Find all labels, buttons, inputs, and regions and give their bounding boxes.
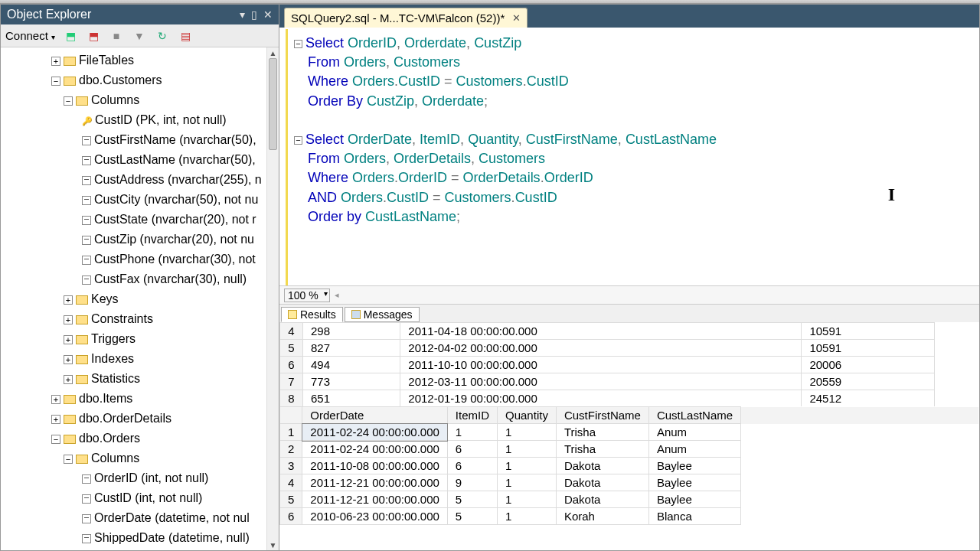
expand-icon[interactable]: +	[64, 335, 73, 344]
connect-button[interactable]: Connect ▾	[5, 29, 55, 42]
fold-icon[interactable]: −	[294, 136, 302, 145]
collapse-icon[interactable]: −	[64, 455, 73, 464]
cell[interactable]: 2011-10-08 00:00:00.000	[302, 458, 447, 474]
cell[interactable]: Blanca	[648, 508, 740, 525]
cell[interactable]: Anum	[648, 424, 740, 441]
collapse-icon[interactable]: −	[51, 77, 60, 86]
tree-node-keys[interactable]: Keys	[91, 292, 119, 305]
dropdown-icon[interactable]: ▾	[240, 8, 245, 21]
pin-icon[interactable]: ▯	[251, 8, 257, 21]
column-header[interactable]: OrderDate	[302, 407, 447, 424]
tree-col[interactable]: CustFax (nvarchar(30), null)	[94, 272, 247, 285]
cell[interactable]: 1	[447, 424, 497, 441]
cell[interactable]: 2011-12-21 00:00:00.000	[302, 491, 447, 508]
filter-icon[interactable]: ▼	[132, 28, 147, 44]
cell[interactable]: Trisha	[556, 441, 648, 458]
tree-col[interactable]: CustID (PK, int, not null)	[95, 113, 227, 126]
results-tab[interactable]: Results	[281, 307, 343, 322]
cell[interactable]: 2011-02-24 00:00:00.000	[302, 424, 447, 441]
cell[interactable]: 1	[498, 474, 557, 491]
cell[interactable]: 827	[303, 340, 400, 357]
cell[interactable]: Korah	[556, 508, 648, 525]
expand-icon[interactable]: +	[64, 355, 73, 364]
cell[interactable]: 5	[447, 508, 497, 525]
cell[interactable]: 20559	[802, 373, 934, 390]
tree-col[interactable]: CustPhone (nvarchar(30), not	[94, 253, 256, 266]
tree-col[interactable]: CustID (int, not null)	[94, 491, 202, 504]
cell[interactable]: 6	[447, 458, 497, 474]
stop-icon[interactable]: ■	[109, 28, 124, 44]
expand-icon[interactable]: +	[51, 57, 60, 66]
row-header[interactable]: 7	[280, 373, 303, 390]
row-header[interactable]: 2	[280, 441, 302, 458]
tree-col[interactable]: CustFirstName (nvarchar(50),	[94, 133, 256, 146]
column-header[interactable]: CustLastName	[648, 407, 740, 424]
row-header[interactable]: 3	[280, 458, 302, 474]
tree-col[interactable]: CustCity (nvarchar(50), not nu	[94, 193, 258, 206]
column-header[interactable]: CustFirstName	[556, 407, 648, 424]
cell[interactable]: 24512	[802, 390, 934, 407]
tree-node-statistics[interactable]: Statistics	[91, 372, 140, 385]
tree-scrollbar[interactable]: ▲ ▼	[266, 47, 279, 550]
cell[interactable]: 20006	[802, 357, 934, 373]
tree-node-indexes[interactable]: Indexes	[91, 352, 134, 365]
column-header[interactable]: ItemID	[447, 407, 497, 424]
row-header[interactable]: 5	[280, 491, 302, 508]
row-header[interactable]: 1	[280, 424, 302, 441]
sql-editor[interactable]: −Select OrderID, Orderdate, CustZip From…	[286, 29, 979, 285]
zoom-dropdown[interactable]: 100 %	[284, 289, 330, 302]
cell[interactable]: 494	[303, 357, 400, 373]
cell[interactable]: Anum	[648, 441, 740, 458]
fold-icon[interactable]: −	[294, 40, 302, 48]
cell[interactable]: 1	[498, 508, 557, 525]
collapse-icon[interactable]: −	[51, 435, 60, 444]
cell[interactable]: 1	[498, 424, 557, 441]
close-icon[interactable]: ✕	[263, 8, 273, 21]
scroll-down-icon[interactable]: ▼	[267, 540, 279, 550]
cell[interactable]: 2011-04-18 00:00:00.000	[400, 323, 802, 340]
cell[interactable]: Baylee	[648, 491, 740, 508]
cell[interactable]: 6	[447, 441, 497, 458]
row-header[interactable]: 4	[280, 323, 303, 340]
corner-cell[interactable]	[280, 407, 302, 424]
cell[interactable]: 5	[447, 491, 497, 508]
cell[interactable]: Dakota	[556, 458, 648, 474]
cell[interactable]: 2011-10-10 00:00:00.000	[400, 357, 802, 373]
tree-node-filetables[interactable]: FileTables	[79, 54, 134, 67]
tree-node-columns[interactable]: Columns	[91, 452, 139, 465]
cell[interactable]: Dakota	[556, 491, 648, 508]
object-tree[interactable]: +FileTables −dbo.Customers −Columns Cust…	[1, 47, 279, 550]
expand-icon[interactable]: +	[64, 315, 73, 324]
expand-icon[interactable]: +	[64, 295, 73, 305]
connect-icon[interactable]: ⬒	[63, 28, 78, 44]
cell[interactable]: 1	[498, 491, 557, 508]
row-header[interactable]: 5	[280, 340, 303, 357]
expand-icon[interactable]: +	[51, 395, 60, 404]
cell[interactable]: 2010-06-23 00:00:00.000	[302, 508, 447, 525]
expand-icon[interactable]: +	[64, 375, 73, 384]
tree-col[interactable]: CustZip (nvarchar(20), not nu	[94, 233, 254, 246]
cell[interactable]: 9	[447, 474, 497, 491]
cell[interactable]: Trisha	[556, 424, 648, 441]
cell[interactable]: 651	[303, 390, 400, 407]
cell[interactable]: 1	[498, 441, 557, 458]
tree-col[interactable]: CustAddress (nvarchar(255), n	[94, 173, 262, 186]
scroll-left-icon[interactable]: ◂	[335, 290, 339, 300]
scroll-up-icon[interactable]: ▲	[267, 47, 279, 58]
results-grid-1[interactable]: 42982011-04-18 00:00:00.0001059158272012…	[279, 322, 979, 406]
cell[interactable]: 1	[498, 458, 557, 474]
row-header[interactable]: 6	[280, 508, 302, 525]
messages-tab[interactable]: Messages	[345, 307, 420, 322]
cell[interactable]: 2011-12-21 00:00:00.000	[302, 474, 447, 491]
collapse-icon[interactable]: −	[64, 96, 73, 106]
tree-node-orderdetails[interactable]: dbo.OrderDetails	[79, 412, 172, 425]
tree-node-constraints[interactable]: Constraints	[91, 312, 153, 325]
tree-col[interactable]: ShippedDate (datetime, null)	[94, 531, 250, 544]
cell[interactable]: 2012-01-19 00:00:00.000	[400, 390, 802, 407]
tree-col[interactable]: OrderID (int, not null)	[94, 471, 208, 484]
cell[interactable]: 773	[303, 373, 400, 390]
expand-icon[interactable]: +	[51, 415, 60, 424]
tree-node-items[interactable]: dbo.Items	[79, 392, 132, 405]
script-icon[interactable]: ▤	[178, 28, 193, 44]
refresh-icon[interactable]: ↻	[155, 28, 170, 44]
